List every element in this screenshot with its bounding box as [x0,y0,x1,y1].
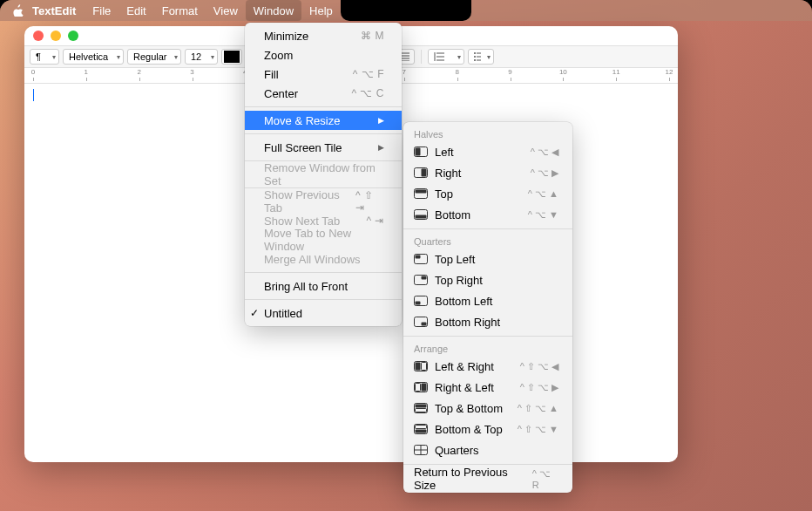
submenu-quarter-tr[interactable]: Top Right [403,269,572,290]
ruler-label: 8 [455,68,458,76]
menu-zoom[interactable]: Zoom [245,45,402,65]
svg-rect-8 [416,190,427,194]
arrange-quarters-icon [414,445,428,455]
ruler-label: 2 [137,68,140,76]
menu-doc-untitled[interactable]: ✓Untitled [245,303,402,323]
menu-show-prev-tab: Show Previous Tab^ ⇧ ⇥ [245,192,402,211]
app-name[interactable]: TextEdit [32,4,76,17]
menu-remove-from-set: Remove Window from Set [245,165,402,184]
submenu-arrange-quarters[interactable]: Quarters [403,439,572,460]
submenu-arrange-bt[interactable]: Bottom & Top^ ⇧ ⌥ ▼ [403,419,572,439]
half-left-icon [414,146,428,157]
submenu-arrange-lr[interactable]: Left & Right^ ⇧ ⌥ ◀ [403,356,572,377]
menu-separator [245,299,402,300]
traffic-light-zoom[interactable] [68,31,78,41]
menu-move-tab-new-win: Move Tab to New Window [245,230,402,249]
menu-help[interactable]: Help [301,0,341,21]
font-weight-select[interactable]: Regular [127,49,181,65]
svg-rect-30 [416,430,427,433]
svg-rect-26 [416,405,427,408]
ruler-label: 12 [666,68,673,76]
submenu-half-top[interactable]: Top^ ⌥ ▲ [403,183,572,204]
menu-move-resize[interactable]: Move & Resize▶ [245,111,402,130]
half-top-icon [414,188,428,199]
svg-rect-21 [422,363,427,371]
font-size-select[interactable]: 12 [185,49,218,65]
menu-separator [403,228,572,229]
submenu-quarter-br[interactable]: Bottom Right [403,311,572,332]
submenu-quarter-bl[interactable]: Bottom Left [403,290,572,311]
move-resize-submenu: Halves Left^ ⌥ ◀ Right^ ⌥ ▶ Top^ ⌥ ▲ Bot… [403,122,572,493]
submenu-half-left[interactable]: Left^ ⌥ ◀ [403,141,572,162]
half-right-icon [414,167,428,178]
submenu-half-right[interactable]: Right^ ⌥ ▶ [403,162,572,183]
ruler-label: 11 [612,68,620,76]
menu-view[interactable]: View [206,0,246,21]
svg-point-2 [474,59,476,61]
traffic-light-close[interactable] [33,31,44,41]
svg-point-1 [474,56,476,58]
menu-separator [245,106,402,107]
font-family-select[interactable]: Helvetica [63,49,124,65]
svg-rect-6 [422,169,427,177]
svg-rect-10 [416,215,427,219]
submenu-arrange-rl[interactable]: Right & Left^ ⇧ ⌥ ▶ [403,377,572,398]
svg-rect-24 [422,384,427,392]
menu-minimize[interactable]: Minimize⌘ M [245,26,402,45]
arrange-bt-icon [414,424,428,434]
apple-menu-icon[interactable] [12,4,24,17]
quarter-tl-icon [414,254,428,264]
ruler-label: 0 [31,68,35,76]
traffic-light-minimize[interactable] [51,31,61,41]
paragraph-style-select[interactable]: ¶ [30,49,59,65]
svg-rect-4 [416,148,421,156]
arrange-tb-icon [414,403,428,413]
ruler-label: 7 [403,68,406,76]
menu-center[interactable]: Center^ ⌥ C [245,84,402,103]
menu-file[interactable]: File [85,0,118,21]
menu-bring-all-front[interactable]: Bring All to Front [245,276,402,296]
svg-rect-12 [416,256,421,259]
laptop-notch [341,0,471,21]
svg-rect-18 [422,323,427,326]
submenu-header-quarters: Quarters [403,233,572,249]
menu-merge-all: Merge All Windows [245,249,402,269]
line-spacing-icon [434,52,444,61]
svg-rect-27 [416,409,427,412]
menu-edit[interactable]: Edit [118,0,153,21]
line-spacing-select[interactable] [428,49,464,65]
menu-full-screen-tile[interactable]: Full Screen Tile▶ [245,138,402,157]
svg-rect-14 [422,276,427,280]
text-color-button[interactable] [221,49,242,65]
chevron-right-icon: ▶ [378,116,384,125]
ruler-label: 9 [508,68,511,76]
menu-fill[interactable]: Fill^ ⌥ F [245,65,402,84]
submenu-header-halves: Halves [403,126,572,141]
ruler-label: 10 [559,68,567,76]
submenu-quarter-tl[interactable]: Top Left [403,249,572,269]
svg-rect-16 [416,302,421,305]
ruler-label: 1 [85,68,88,76]
submenu-half-bottom[interactable]: Bottom^ ⌥ ▼ [403,204,572,225]
color-swatch-icon [224,51,240,63]
list-icon [474,52,481,61]
half-bottom-icon [414,209,428,220]
menu-window[interactable]: Window [246,0,301,21]
text-cursor [33,89,34,101]
window-dropdown-menu: Minimize⌘ M Zoom Fill^ ⌥ F Center^ ⌥ C M… [245,23,402,326]
toolbar-separator [421,50,422,64]
svg-rect-20 [416,363,421,371]
arrange-rl-icon [414,382,428,392]
ruler-label: 3 [190,68,193,76]
menu-format[interactable]: Format [154,0,206,21]
submenu-arrange-tb[interactable]: Top & Bottom^ ⇧ ⌥ ▲ [403,398,572,419]
quarter-br-icon [414,317,428,327]
menu-separator [403,464,572,465]
submenu-return-prev-size[interactable]: Return to Previous Size^ ⌥ R [403,468,572,489]
list-style-select[interactable] [468,49,494,65]
quarter-tr-icon [414,275,428,285]
checkmark-icon: ✓ [250,307,259,319]
svg-rect-23 [416,384,421,392]
svg-rect-29 [416,426,427,429]
menu-separator [245,272,402,273]
